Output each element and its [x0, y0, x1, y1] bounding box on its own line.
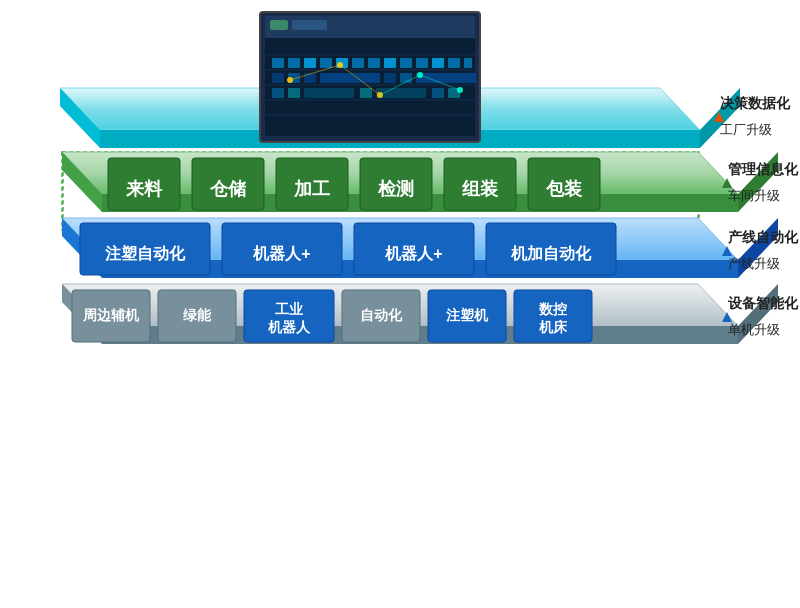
svg-rect-10: [265, 38, 475, 136]
svg-rect-36: [272, 88, 284, 98]
svg-rect-39: [360, 88, 372, 98]
svg-rect-32: [320, 73, 380, 83]
svg-rect-27: [448, 58, 460, 68]
svg-rect-21: [352, 58, 364, 68]
svg-text:机床: 机床: [538, 319, 568, 335]
decision-label-sub: 工厂升级: [720, 122, 772, 137]
card-shukongjicchuang: 数控: [538, 301, 567, 317]
svg-rect-9: [292, 20, 327, 30]
device-label-main: 设备智能化: [728, 295, 799, 311]
card-gongyejiqiren: 工业: [275, 301, 304, 317]
card-zidonghua: 自动化: [360, 307, 403, 323]
card-zhusuzidonghua: 注塑自动化: [105, 244, 186, 262]
card-zhushuji: 注塑机: [446, 307, 489, 323]
card-zhoubianfuji: 周边辅机: [82, 307, 140, 323]
production-label-main: 产线自动化: [728, 229, 799, 245]
svg-rect-17: [288, 58, 300, 68]
svg-rect-26: [432, 58, 444, 68]
card-cangchu: 仓储: [209, 179, 247, 199]
svg-rect-23: [384, 58, 396, 68]
card-zuzhuang: 组装: [461, 179, 499, 199]
card-luneng: 绿能: [183, 307, 212, 323]
card-jiagong: 加工: [293, 179, 330, 199]
card-baozhuang: 包装: [545, 179, 583, 199]
card-jiqiren2: 机器人+: [384, 245, 442, 262]
svg-rect-41: [432, 88, 444, 98]
diagram-container: 决策数据化 工厂升级 来料 仓储 加工 检测 组装 包装: [0, 0, 800, 608]
management-label-sub: 车间升级: [728, 188, 780, 203]
svg-rect-16: [272, 58, 284, 68]
card-laoliao: 来料: [125, 179, 163, 199]
svg-rect-38: [304, 88, 354, 98]
decision-label-main: 决策数据化: [720, 95, 791, 111]
svg-rect-34: [400, 73, 412, 83]
svg-rect-25: [416, 58, 428, 68]
svg-rect-29: [272, 73, 284, 83]
svg-rect-31: [304, 73, 316, 83]
svg-rect-19: [320, 58, 332, 68]
main-diagram: 决策数据化 工厂升级 来料 仓储 加工 检测 组装 包装: [0, 0, 800, 608]
card-jianche: 检测: [377, 179, 414, 199]
device-label-sub: 单机升级: [728, 322, 780, 337]
svg-rect-28: [464, 58, 472, 68]
svg-text:机器人: 机器人: [267, 319, 311, 335]
svg-rect-35: [416, 73, 476, 83]
management-label-main: 管理信息化: [728, 161, 799, 177]
svg-rect-8: [270, 20, 288, 30]
svg-rect-18: [304, 58, 316, 68]
card-jijia: 机加自动化: [510, 245, 592, 262]
production-label-sub: 产线升级: [728, 256, 780, 271]
svg-rect-37: [288, 88, 300, 98]
svg-rect-22: [368, 58, 380, 68]
svg-rect-33: [384, 73, 396, 83]
card-jiqiren1: 机器人+: [252, 245, 310, 262]
svg-rect-24: [400, 58, 412, 68]
